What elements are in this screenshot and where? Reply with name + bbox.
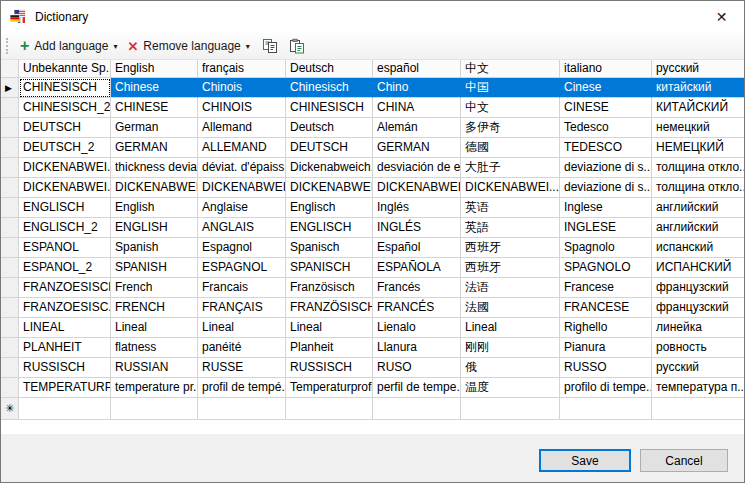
remove-language-button[interactable]: ✕ Remove language ▾ <box>122 37 254 55</box>
grid-cell[interactable]: Spanish <box>111 238 198 258</box>
grid-cell[interactable]: FRANZOESISCH <box>19 278 111 298</box>
new-row-cell[interactable] <box>111 398 198 420</box>
grid-cell[interactable]: GERMAN <box>111 138 198 158</box>
paste-button[interactable] <box>285 35 309 57</box>
grid-cell[interactable]: DEUTSCH_2 <box>19 138 111 158</box>
column-header-4[interactable]: español <box>373 60 461 78</box>
grid-cell[interactable]: CHINESISCH_2 <box>19 98 111 118</box>
grid-cell[interactable]: испанский <box>652 238 744 258</box>
row-header[interactable] <box>1 258 19 278</box>
grid-cell[interactable]: ESPAGNOL <box>198 258 286 278</box>
grid-cell[interactable]: Chino <box>373 78 461 98</box>
grid-cell[interactable]: English <box>111 198 198 218</box>
grid-cell[interactable]: CHINOIS <box>198 98 286 118</box>
grid-cell[interactable]: Lineal <box>198 318 286 338</box>
column-header-5[interactable]: 中文 <box>461 60 560 78</box>
grid-cell[interactable]: flatness <box>111 338 198 358</box>
grid-cell[interactable]: 法语 <box>461 278 560 298</box>
grid-cell[interactable]: SPANISH <box>111 258 198 278</box>
grid-cell[interactable]: CHINA <box>373 98 461 118</box>
grid-cell[interactable]: толщина откло... <box>652 158 744 178</box>
grid-cell[interactable]: temperature pr... <box>111 378 198 398</box>
current-cell[interactable]: CHINESISCH <box>19 78 111 98</box>
row-header[interactable] <box>1 158 19 178</box>
grid-cell[interactable]: DICKENABWEI... <box>111 178 198 198</box>
grid-cell[interactable]: Deutsch <box>286 118 373 138</box>
row-header[interactable] <box>1 358 19 378</box>
column-header-2[interactable]: français <box>198 60 286 78</box>
grid-cell[interactable]: ENGLISH <box>111 218 198 238</box>
grid-cell[interactable]: CHINESE <box>111 98 198 118</box>
grid-cell[interactable]: DEUTSCH <box>286 138 373 158</box>
grid-cell[interactable]: deviazione di s... <box>560 158 652 178</box>
row-header[interactable] <box>1 218 19 238</box>
column-header-3[interactable]: Deutsch <box>286 60 373 78</box>
new-row-cell[interactable] <box>560 398 652 420</box>
grid-cell[interactable]: DICKENABWEI... <box>286 178 373 198</box>
grid-cell[interactable]: Lineal <box>286 318 373 338</box>
new-row-cell[interactable] <box>652 398 744 420</box>
grid-cell[interactable]: 法國 <box>461 298 560 318</box>
grid-cell[interactable]: thickness devia... <box>111 158 198 178</box>
grid-cell[interactable]: линейка <box>652 318 744 338</box>
grid-cell[interactable]: ESPAÑOLA <box>373 258 461 278</box>
grid-cell[interactable]: DICKENABWEI... <box>19 158 111 178</box>
new-row-indicator[interactable]: ✳ <box>1 398 19 420</box>
grid-cell[interactable]: Temperaturprofil <box>286 378 373 398</box>
grid-cell[interactable]: толщина откло... <box>652 178 744 198</box>
grid-cell[interactable]: CHINESISCH <box>286 98 373 118</box>
grid-cell[interactable]: RUSO <box>373 358 461 378</box>
row-header[interactable] <box>1 278 19 298</box>
copy-button[interactable] <box>258 35 282 57</box>
grid-cell[interactable]: profilo di tempe... <box>560 378 652 398</box>
grid-cell[interactable]: RUSSIAN <box>111 358 198 378</box>
grid-cell[interactable]: 温度 <box>461 378 560 398</box>
grid-cell[interactable]: FRANZÖSISCH <box>286 298 373 318</box>
grid-cell[interactable]: INGLÉS <box>373 218 461 238</box>
grid-cell[interactable]: Lineal <box>111 318 198 338</box>
grid-cell[interactable]: 西班牙 <box>461 238 560 258</box>
grid-cell[interactable]: ENGLISCH <box>19 198 111 218</box>
grid-cell[interactable]: Francais <box>198 278 286 298</box>
grid-cell[interactable]: 英语 <box>461 198 560 218</box>
current-row-indicator[interactable]: ▶ <box>1 78 19 98</box>
grid-cell[interactable]: ANGLAIS <box>198 218 286 238</box>
grid-cell[interactable]: Spanisch <box>286 238 373 258</box>
row-header[interactable] <box>1 118 19 138</box>
grid-cell[interactable]: INGLESE <box>560 218 652 238</box>
grid-cell[interactable]: SPANISCH <box>286 258 373 278</box>
grid-cell[interactable]: ESPANOL_2 <box>19 258 111 278</box>
new-row-cell[interactable] <box>286 398 373 420</box>
grid-cell[interactable]: немецкий <box>652 118 744 138</box>
grid-cell[interactable]: Anglaise <box>198 198 286 218</box>
grid-cell[interactable]: Chinesisch <box>286 78 373 98</box>
row-header[interactable] <box>1 198 19 218</box>
grid-cell[interactable]: Allemand <box>198 118 286 138</box>
grid-cell[interactable]: Pianura <box>560 338 652 358</box>
row-header[interactable] <box>1 318 19 338</box>
grid-cell[interactable]: Chinois <box>198 78 286 98</box>
close-button[interactable]: ✕ <box>699 1 744 33</box>
grid-cell[interactable]: Francés <box>373 278 461 298</box>
grid-cell[interactable]: русский <box>652 358 744 378</box>
grid-cell[interactable]: Dickenabweich... <box>286 158 373 178</box>
row-header[interactable] <box>1 338 19 358</box>
grid-cell[interactable]: Inglés <box>373 198 461 218</box>
grid-cell[interactable]: 俄 <box>461 358 560 378</box>
grid-cell[interactable]: Lienalo <box>373 318 461 338</box>
grid-cell[interactable]: 多伊奇 <box>461 118 560 138</box>
new-row-cell[interactable] <box>461 398 560 420</box>
new-row-cell[interactable] <box>198 398 286 420</box>
grid-cell[interactable]: RUSSISCH <box>286 358 373 378</box>
grid-cell[interactable]: TEMPERATURP... <box>19 378 111 398</box>
grid-cell[interactable]: DICKENABWEI... <box>19 178 111 198</box>
grid-cell[interactable]: RUSSE <box>198 358 286 378</box>
grid-cell[interactable]: Tedesco <box>560 118 652 138</box>
grid-cell[interactable]: LINEAL <box>19 318 111 338</box>
grid-cell[interactable]: RUSSISCH <box>19 358 111 378</box>
grid-cell[interactable]: 西班牙 <box>461 258 560 278</box>
grid-cell[interactable]: 中国 <box>461 78 560 98</box>
grid-cell[interactable]: SPAGNOLO <box>560 258 652 278</box>
toolbar-grip-handle[interactable] <box>6 38 8 54</box>
grid-cell[interactable]: китайский <box>652 78 744 98</box>
